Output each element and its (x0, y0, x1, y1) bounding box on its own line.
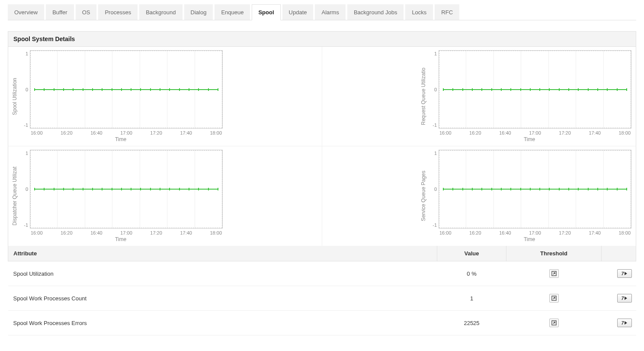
chart-xlabel: Time (19, 236, 223, 242)
tab-enqueue[interactable]: Enqueue (215, 4, 250, 20)
chart-ylabel: Request Queue Utilizatio (420, 50, 427, 142)
chart-ylabel: Spool Utilization (11, 50, 19, 142)
col-threshold: Threshold (506, 246, 602, 261)
tab-spool[interactable]: Spool (252, 4, 280, 20)
svg-marker-5 (625, 321, 627, 325)
col-value: Value (437, 246, 506, 261)
chart-grid: Spool Utilization10-116:0016:2016:4017:0… (8, 47, 636, 246)
chart-plot[interactable] (30, 150, 223, 229)
svg-marker-1 (625, 272, 627, 275)
play-icon (625, 296, 627, 300)
tab-background[interactable]: Background (139, 4, 182, 20)
chart-xlabel: Time (19, 136, 223, 142)
history-button[interactable]: 7 (617, 294, 632, 303)
chart-xlabel: Time (427, 136, 631, 142)
chart-xlabel: Time (427, 236, 631, 242)
tab-dialog[interactable]: Dialog (184, 4, 213, 20)
cell-threshold (506, 286, 602, 311)
tab-processes[interactable]: Processes (98, 4, 138, 20)
cell-attribute: Spool Work Processes Count (8, 286, 437, 311)
tab-rfc[interactable]: RFC (435, 4, 459, 20)
cell-attribute: Spool Utilization (8, 261, 437, 286)
popup-icon (551, 296, 557, 301)
chart-ylabel: Dispatcher Queue Utilizat (11, 150, 19, 242)
popup-icon (551, 271, 557, 276)
col-attribute: Attribute (8, 246, 437, 261)
cell-value: 0 % (437, 261, 506, 286)
tab-buffer[interactable]: Buffer (46, 4, 74, 20)
history-button[interactable]: 7 (617, 269, 632, 278)
tabs-bar: OverviewBufferOSProcessesBackgroundDialo… (8, 4, 636, 20)
cell-attribute: Spool Work Processes Errors (8, 311, 437, 335)
cell-history: 7 (602, 311, 636, 335)
chart-cell-1: Request Queue Utilizatio10-116:0016:2016… (322, 47, 636, 146)
history-button[interactable]: 7 (617, 319, 632, 327)
col-history (602, 246, 636, 261)
table-row: Spool Work Processes Errors225257 (8, 311, 636, 335)
chart-plot[interactable] (30, 50, 223, 129)
table-row: Spool Utilization0 %7 (8, 261, 636, 286)
chart-ylabel: Service Queue Pages (420, 150, 427, 242)
chart-plot[interactable] (439, 150, 631, 229)
cell-value: 22525 (437, 311, 506, 335)
panel-title: Spool System Details (8, 31, 636, 47)
tab-background-jobs[interactable]: Background Jobs (347, 4, 404, 20)
svg-marker-3 (625, 296, 627, 300)
chart-plot[interactable] (439, 50, 631, 129)
cell-value: 1 (437, 286, 506, 311)
cell-history: 7 (602, 261, 636, 286)
cell-threshold (506, 311, 602, 335)
threshold-button[interactable] (549, 319, 559, 327)
play-icon (625, 272, 627, 275)
chart-cell-3: Service Queue Pages10-116:0016:2016:4017… (322, 146, 636, 246)
chart-cell-0: Spool Utilization10-116:0016:2016:4017:0… (8, 47, 322, 146)
cell-threshold (506, 261, 602, 286)
tab-locks[interactable]: Locks (405, 4, 433, 20)
tab-alarms[interactable]: Alarms (315, 4, 345, 20)
table-row: Spool Work Processes Count17 (8, 286, 636, 311)
popup-icon (551, 320, 557, 325)
chart-cell-2: Dispatcher Queue Utilizat10-116:0016:201… (8, 146, 322, 246)
tab-overview[interactable]: Overview (8, 4, 44, 20)
threshold-button[interactable] (549, 294, 559, 303)
threshold-button[interactable] (549, 269, 559, 278)
cell-history: 7 (602, 286, 636, 311)
play-icon (625, 321, 627, 325)
tab-os[interactable]: OS (76, 4, 97, 20)
attributes-table: Attribute Value Threshold Spool Utilizat… (8, 246, 636, 335)
tab-update[interactable]: Update (282, 4, 314, 20)
